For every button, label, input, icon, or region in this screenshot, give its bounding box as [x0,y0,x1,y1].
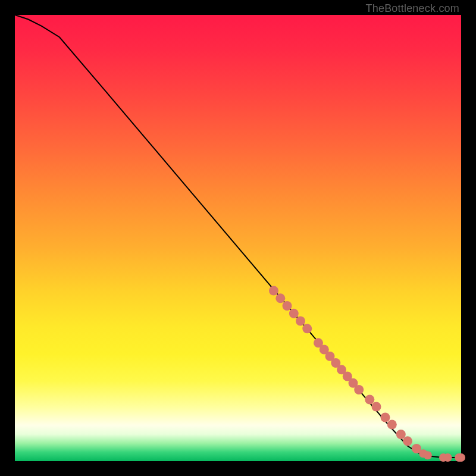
data-point [387,420,397,430]
data-point [354,385,364,394]
data-point [372,402,381,412]
data-point [403,436,412,446]
data-point [365,395,374,405]
attribution-label: TheBottleneck.com [366,2,459,15]
data-point [289,309,299,318]
chart-root: TheBottleneck.com [0,0,476,476]
scatter-points [269,286,465,462]
data-point [444,453,452,462]
data-point [269,286,278,296]
data-point [283,301,292,311]
data-point [424,451,432,459]
chart-overlay [15,15,461,461]
data-point [302,324,312,333]
data-point [296,317,305,326]
data-point [381,413,390,422]
data-point [275,293,285,303]
data-point [457,453,465,462]
bottleneck-curve [15,15,461,458]
